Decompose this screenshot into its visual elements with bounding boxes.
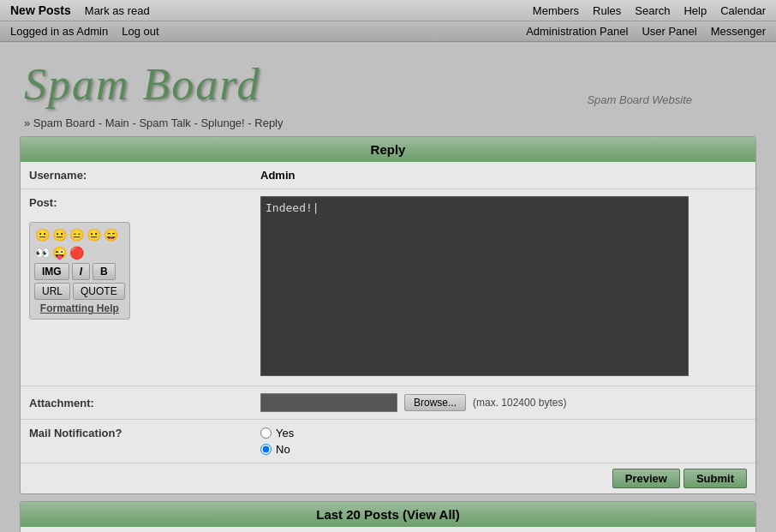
attachment-size: (max. 102400 bytes)	[473, 397, 566, 409]
emoji-neutral-4[interactable]: 😐	[86, 227, 101, 242]
nav-row-1: New Posts Mark as read Members Rules Sea…	[0, 0, 776, 21]
last-posts-panel: Last 20 Posts (View All) Posted at 17:15…	[20, 501, 756, 532]
reply-body: Username: Admin Post: 😐 😐 😑	[21, 162, 755, 493]
mail-no-option[interactable]: No	[260, 443, 294, 456]
username-value: Admin	[252, 162, 755, 188]
mail-no-radio[interactable]	[260, 444, 272, 455]
last-posts-header: Last 20 Posts (View All)	[21, 502, 755, 527]
mail-label: Mail Notification?	[29, 427, 260, 439]
members-link[interactable]: Members	[533, 4, 579, 17]
post-value: Indeed!|	[252, 189, 755, 386]
url-button[interactable]: URL	[34, 283, 70, 300]
site-subtitle: Spam Board Website	[587, 93, 692, 106]
user-panel-link[interactable]: User Panel	[642, 25, 696, 38]
admin-panel-link[interactable]: Administration Panel	[526, 25, 628, 38]
mail-notification-row: Mail Notification? Yes No	[21, 419, 755, 463]
reply-panel: Reply Username: Admin Post: 😐	[20, 136, 756, 494]
calendar-link[interactable]: Calendar	[720, 4, 766, 17]
attachment-value: Browse... (max. 102400 bytes)	[260, 393, 566, 412]
top-navigation: New Posts Mark as read Members Rules Sea…	[0, 0, 776, 42]
browse-button[interactable]: Browse...	[404, 394, 466, 411]
emoji-neutral-1[interactable]: 😐	[34, 227, 50, 242]
mail-yes-radio[interactable]	[260, 427, 272, 439]
formatting-help-link[interactable]: Formatting Help	[34, 302, 125, 314]
attachment-input-display	[260, 393, 397, 412]
main-content: Spam Board Spam Board Website » Spam Boa…	[15, 42, 761, 532]
emoji-red[interactable]: 🔴	[69, 245, 84, 260]
format-buttons: IMG I B	[34, 263, 125, 280]
emoji-neutral-3[interactable]: 😑	[69, 227, 84, 242]
mark-read-link[interactable]: Mark as read	[85, 4, 150, 17]
messenger-link[interactable]: Messenger	[711, 25, 766, 38]
rules-link[interactable]: Rules	[593, 4, 621, 17]
format-toolbar: 😐 😐 😑 😐 😄 👀 😜 🔴 IMG	[29, 222, 130, 320]
emoji-row-1: 😐 😐 😑 😐 😄	[34, 227, 125, 242]
post-textarea[interactable]: Indeed!|	[260, 196, 689, 376]
submit-button[interactable]: Submit	[683, 469, 747, 488]
logout-link[interactable]: Log out	[122, 25, 158, 38]
nav-left-row2: Logged in as Admin Log out	[10, 25, 159, 38]
last-posts-body: Posted at 17:15 on February 8th, 2014 | …	[21, 527, 755, 532]
username-row: Username: Admin	[21, 162, 755, 189]
mail-no-label: No	[276, 443, 290, 456]
new-posts-link[interactable]: New Posts	[10, 3, 71, 17]
logged-in-text: Logged in as Admin	[10, 25, 108, 38]
submit-row: Preview Submit	[21, 463, 755, 493]
post-row: Post: 😐 😐 😑 😐 😄 👀 😜	[21, 189, 755, 386]
img-button[interactable]: IMG	[34, 263, 69, 280]
quote-button[interactable]: QUOTE	[73, 283, 125, 300]
post-label: Post: 😐 😐 😑 😐 😄 👀 😜	[21, 189, 252, 386]
format-buttons-2: URL QUOTE	[34, 283, 125, 300]
emoji-smile[interactable]: 😄	[103, 227, 118, 242]
search-link[interactable]: Search	[635, 4, 670, 17]
emoji-neutral-2[interactable]: 😐	[51, 227, 67, 242]
site-logo: Spam Board	[24, 60, 261, 109]
breadcrumb: » Spam Board - Main - Spam Talk - Splung…	[15, 114, 761, 136]
mail-yes-label: Yes	[276, 427, 294, 439]
emoji-tongue[interactable]: 😜	[51, 245, 67, 260]
mail-yes-option[interactable]: Yes	[260, 427, 294, 439]
username-label: Username:	[21, 162, 252, 188]
attachment-label: Attachment:	[29, 397, 260, 409]
nav-row-2: Logged in as Admin Log out Administratio…	[0, 21, 776, 41]
help-link[interactable]: Help	[683, 4, 707, 17]
username-display: Admin	[260, 169, 295, 182]
preview-button[interactable]: Preview	[612, 469, 680, 488]
nav-right-row2: Administration Panel User Panel Messenge…	[526, 25, 766, 38]
emoji-row-2: 👀 😜 🔴	[34, 245, 125, 260]
emoji-eyes[interactable]: 👀	[34, 245, 50, 260]
mail-options: Yes No	[260, 427, 294, 456]
reply-header: Reply	[21, 137, 755, 162]
nav-left-row1: New Posts Mark as read	[10, 3, 150, 17]
nav-right-row1: Members Rules Search Help Calendar	[533, 4, 766, 17]
italic-button[interactable]: I	[72, 263, 90, 280]
attachment-row: Attachment: Browse... (max. 102400 bytes…	[21, 386, 755, 419]
logo-area: Spam Board Spam Board Website	[15, 51, 761, 114]
bold-button[interactable]: B	[93, 263, 116, 280]
